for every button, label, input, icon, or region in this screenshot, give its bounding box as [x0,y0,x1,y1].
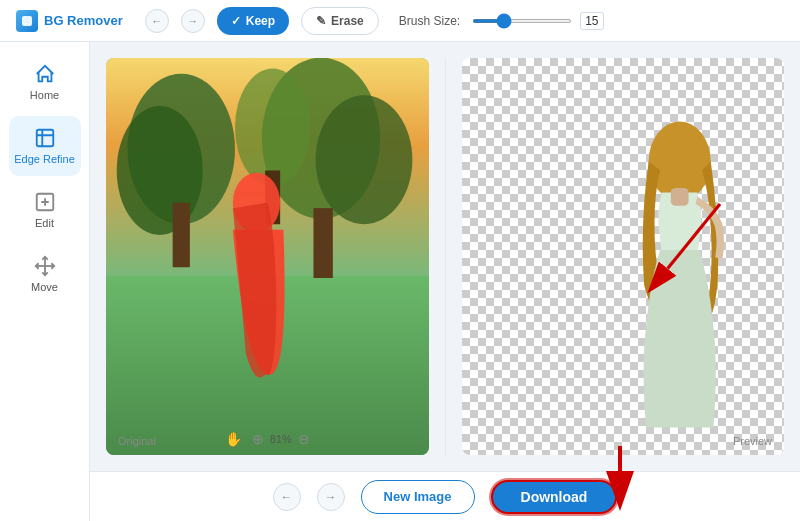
svg-rect-1 [36,130,53,147]
app-name: BG Remover [44,13,123,28]
original-image [106,58,429,455]
zoom-value: 81% [270,433,292,445]
original-panel: Original ✋ ⊕ 81% ⊖ [90,42,445,471]
svg-rect-0 [22,16,32,26]
eraser-icon: ✎ [316,14,326,28]
download-button[interactable]: Download [491,480,618,514]
home-icon [34,63,56,85]
logo-icon [16,10,38,32]
sidebar-label-move: Move [31,281,58,293]
hand-tool-icon[interactable]: ✋ [225,431,242,447]
erase-button[interactable]: ✎ Erase [301,7,379,35]
sidebar-item-move[interactable]: Move [9,244,81,304]
transparency-background [462,58,785,455]
original-label: Original [118,435,156,447]
zoom-out-icon[interactable]: ⊖ [298,431,310,447]
preview-label: Preview [733,435,772,447]
brush-size-value: 15 [580,12,603,30]
app-logo: BG Remover [16,10,123,32]
sky-bg [106,58,429,276]
preview-image-container[interactable] [462,58,785,455]
sidebar-item-edit[interactable]: Edit [9,180,81,240]
sidebar-item-home[interactable]: Home [9,52,81,112]
sidebar-label-edit: Edit [35,217,54,229]
bottom-bar: ← → New Image Download [90,471,800,521]
sidebar: Home Edge Refine Edit Move [0,42,90,521]
sidebar-item-edge-refine[interactable]: Edge Refine [9,116,81,176]
preview-panel: Preview [446,42,801,471]
brush-size-slider[interactable] [472,19,572,23]
edge-refine-icon [34,127,56,149]
original-image-container[interactable] [106,58,429,455]
brush-size-label: Brush Size: [399,14,460,28]
edit-icon [34,191,56,213]
grass-bg [106,276,429,455]
move-icon [34,255,56,277]
next-image-button[interactable]: → [317,483,345,511]
prev-image-button[interactable]: ← [273,483,301,511]
undo-button[interactable]: ← [145,9,169,33]
keep-button[interactable]: ✓ Keep [217,7,289,35]
toolbar: BG Remover ← → ✓ Keep ✎ Erase Brush Size… [0,0,800,42]
brush-size-control: 15 [472,12,603,30]
sidebar-label-edge-refine: Edge Refine [14,153,75,165]
redo-button[interactable]: → [181,9,205,33]
new-image-button[interactable]: New Image [361,480,475,514]
zoom-controls-left: ✋ ⊕ 81% ⊖ [225,431,310,447]
main-canvas-area: Original ✋ ⊕ 81% ⊖ [90,42,800,471]
zoom-in-icon[interactable]: ⊕ [252,431,264,447]
sidebar-label-home: Home [30,89,59,101]
checkmark-icon: ✓ [231,14,241,28]
